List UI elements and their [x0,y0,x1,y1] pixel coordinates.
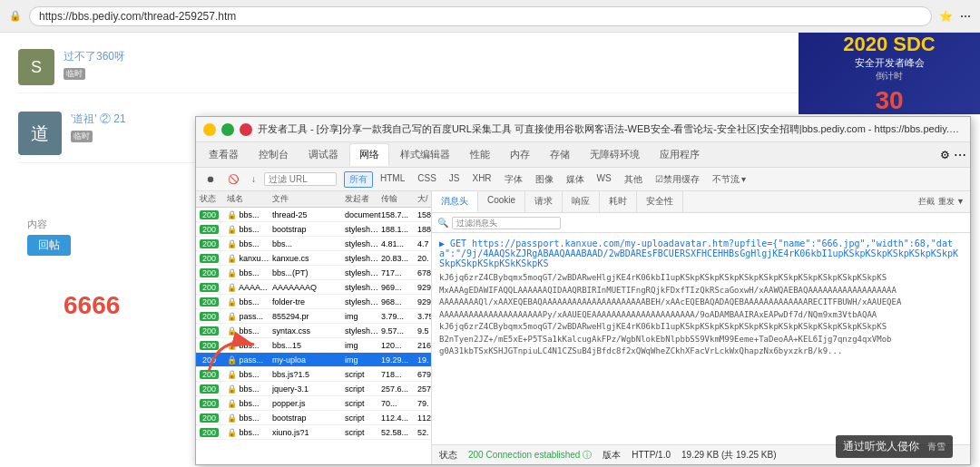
no-throttle[interactable]: 不节流 ▾ [707,171,752,188]
filter-xhr[interactable]: XHR [466,171,496,188]
tab-debugger[interactable]: 调试器 [299,144,348,165]
initiator-3: stylesheet [345,239,381,248]
filter-ws[interactable]: WS [592,171,617,188]
maximize-button[interactable] [221,123,234,136]
resend-label[interactable]: 重发 ▼ [938,196,965,208]
request-row-16[interactable]: 200 🔒 bbs... xiuno.js?1 script 52.58... … [196,425,431,440]
close-button[interactable] [240,123,252,136]
filter-media[interactable]: 媒体 [561,171,590,188]
domain-1: 🔒 bbs... [227,210,272,219]
disable-cache[interactable]: ☑禁用缓存 [650,171,705,188]
status-200: 200 [200,326,219,336]
request-row-2[interactable]: 200 🔒 bbs... bootstrap stylesheet 188.1.… [196,222,431,237]
clear-button[interactable]: 🚫 [223,172,243,186]
size-8: 3.75 [417,312,432,321]
content-label: 内容 [27,218,47,231]
watermark: 通过听觉人侵你 青雪 [836,435,953,458]
lock-icon: 🔒 [9,10,22,22]
resp-tab-security[interactable]: 安全性 [637,191,683,212]
status-label: 状态 [439,449,457,462]
transfer-13: 257.6... [381,384,417,394]
status-200: 200 [200,268,219,277]
domain-13: 🔒 bbs... [227,384,272,394]
size-5: 678 [417,268,432,277]
status-200: 200 [200,254,219,263]
response-tabs: 消息头 Cookie 请求 响应 耗时 安全性 拦截 重发 ▼ [432,191,970,213]
download-button[interactable]: ↓ [247,172,260,186]
domain-2: 🔒 bbs... [227,225,272,234]
size-14: 79. [417,399,432,408]
filter-url-input[interactable] [264,172,337,186]
transfer-9: 9.57... [381,326,417,336]
transfer-11: 19.29... [381,355,417,365]
filter-icon: 🔍 [437,218,448,228]
tab-storage[interactable]: 存储 [541,144,579,165]
transfer-7: 968... [381,297,417,306]
request-row-14[interactable]: 200 🔒 bbs... popper.js script 70... 79. [196,396,431,411]
menu-icon[interactable]: ⋯ [960,10,971,23]
more-icon[interactable]: ⋯ [954,148,966,162]
settings-icon[interactable]: ⚙ [940,149,950,161]
size-label: 19.29 KB (共 19.25 KB) [681,449,777,462]
tab-performance[interactable]: 性能 [461,144,499,165]
request-row-11[interactable]: 200 🔒 pass... my-uploa img 19.29... 19. [196,353,431,367]
tab-viewer[interactable]: 查看器 [200,144,248,165]
filter-css[interactable]: CSS [412,171,442,188]
filter-html[interactable]: HTML [375,171,410,188]
tab-application[interactable]: 应用程序 [651,144,709,165]
tab-network[interactable]: 网络 [349,143,389,166]
filter-image[interactable]: 图像 [530,171,559,188]
transfer-2: 188.1... [381,225,417,234]
intercept-label[interactable]: 拦截 [918,196,935,208]
filter-all[interactable]: 所有 [344,171,373,188]
tab-console[interactable]: 控制台 [250,144,298,165]
version-label: 版本 [603,449,621,462]
domain-8: 🔒 pass... [227,312,272,321]
tab-accessibility[interactable]: 无障碍环境 [581,144,649,165]
transfer-8: 3.79... [381,312,417,321]
request-row-12[interactable]: 200 🔒 bbs... bbs.js?1.5 script 718... 67… [196,367,431,382]
filter-other[interactable]: 其他 [619,171,648,188]
tab-memory[interactable]: 内存 [501,144,539,165]
size-4: 20. [417,254,432,263]
tab-style-editor[interactable]: 样式编辑器 [391,144,459,165]
resp-tab-cookie[interactable]: Cookie [478,191,525,212]
request-row-3[interactable]: 200 🔒 bbs... bbs... stylesheet 4.81... 4… [196,237,431,251]
request-row-6[interactable]: 200 🔒 AAAA... AAAAAAAQ stylesheet 969...… [196,280,431,295]
size-12: 679 [417,370,432,379]
reply-button[interactable]: 回帖 [27,235,71,256]
request-row-5[interactable]: 200 🔒 bbs... bbs...(PT) stylesheet 717..… [196,266,431,280]
request-row-1[interactable]: 200 🔒 bbs... thread-25 document 158.7...… [196,208,431,222]
request-row-9[interactable]: 200 🔒 bbs... syntax.css stylesheet 9.57.… [196,324,431,338]
request-row-13[interactable]: 200 🔒 bbs... jquery-3.1 script 257.6... … [196,382,431,396]
resp-tab-headers[interactable]: 消息头 [432,191,478,212]
request-row-4[interactable]: 200 🔒 kanxue.cs kanxue.cs stylesheet 20.… [196,251,431,266]
request-row-7[interactable]: 200 🔒 bbs... folder-tre stylesheet 968..… [196,295,431,309]
minimize-button[interactable] [203,123,216,136]
request-row-15[interactable]: 200 🔒 bbs... bootstrap script 112.4... 1… [196,411,431,425]
filter-font[interactable]: 字体 [499,171,528,188]
file-16: xiuno.js?1 [272,428,345,437]
bookmark-icon[interactable]: ⭐ [939,10,953,23]
domain-4: 🔒 kanxue.cs [227,254,272,263]
domain-3: 🔒 bbs... [227,239,272,248]
status-200: 200 [200,428,219,437]
resp-tab-timing[interactable]: 耗时 [600,191,637,212]
request-row-8[interactable]: 200 🔒 pass... 855294.pr img 3.79... 3.75 [196,309,431,324]
filter-js[interactable]: JS [444,171,466,188]
resp-tab-request[interactable]: 请求 [525,191,563,212]
col-file: 文件 [272,193,345,205]
request-row-10[interactable]: 200 🔒 bbs... bbs...15 img 120... 216 [196,338,431,353]
sdc-year: 2020 SDC [843,33,936,56]
url-text: https://bbs.pediy.com/thread-259257.htm [39,10,236,23]
file-3: bbs... [272,239,345,248]
filter-tabs: 所有 HTML CSS JS XHR 字体 图像 媒体 WS 其他 ☑禁用缓存 … [344,171,751,188]
url-bar[interactable]: https://bbs.pediy.com/thread-259257.htm [29,6,932,26]
filter-headers-input[interactable] [452,217,561,229]
resp-tab-response[interactable]: 响应 [563,191,600,212]
transfer-1: 158.7... [381,210,417,219]
info-icon: ⓘ [583,450,592,460]
record-button[interactable]: ⏺ [201,172,220,186]
status-200: 200 [200,239,219,248]
network-toolbar: ⏺ 🚫 ↓ 所有 HTML CSS JS XHR 字体 图像 媒体 WS 其他 … [196,168,970,191]
